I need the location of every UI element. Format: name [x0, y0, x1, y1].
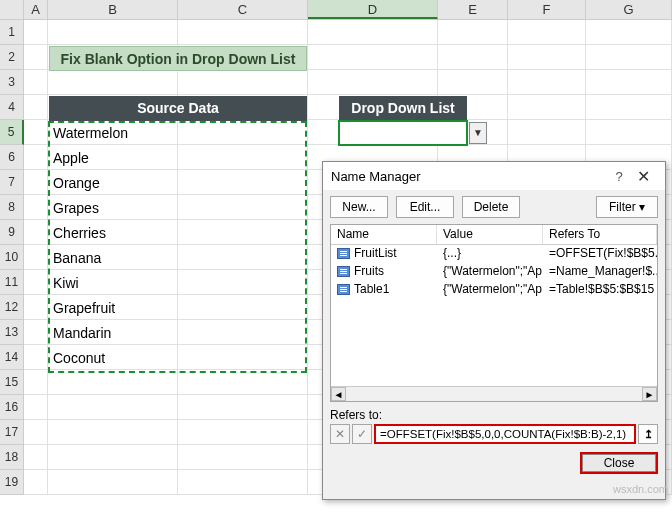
- cell[interactable]: [24, 270, 48, 295]
- source-item[interactable]: Kiwi: [53, 271, 303, 296]
- cell[interactable]: [586, 95, 672, 120]
- source-item[interactable]: Grapefruit: [53, 296, 303, 321]
- cell[interactable]: [48, 370, 178, 395]
- row-header-13[interactable]: 13: [0, 320, 24, 345]
- cell[interactable]: [438, 20, 508, 45]
- cell[interactable]: [48, 420, 178, 445]
- cell[interactable]: [508, 95, 586, 120]
- cell[interactable]: [48, 70, 178, 95]
- cell[interactable]: [586, 70, 672, 95]
- row-header-7[interactable]: 7: [0, 170, 24, 195]
- source-item[interactable]: Mandarin: [53, 321, 303, 346]
- source-item[interactable]: Orange: [53, 171, 303, 196]
- cell[interactable]: [438, 70, 508, 95]
- cell[interactable]: [48, 395, 178, 420]
- source-item[interactable]: Grapes: [53, 196, 303, 221]
- cell[interactable]: [24, 420, 48, 445]
- dropdown-arrow-icon[interactable]: ▼: [469, 122, 487, 144]
- cell[interactable]: [24, 245, 48, 270]
- cell[interactable]: [508, 70, 586, 95]
- row-header-6[interactable]: 6: [0, 145, 24, 170]
- cell[interactable]: [24, 395, 48, 420]
- cell[interactable]: [586, 120, 672, 145]
- row-header-3[interactable]: 3: [0, 70, 24, 95]
- row-header-19[interactable]: 19: [0, 470, 24, 495]
- row-header-11[interactable]: 11: [0, 270, 24, 295]
- scroll-right-icon[interactable]: ►: [642, 387, 657, 401]
- cell[interactable]: [24, 295, 48, 320]
- help-icon[interactable]: ?: [609, 169, 629, 184]
- name-entry[interactable]: Fruits{"Watermelon";"Ap...=Name_Manager!…: [331, 263, 657, 281]
- col-header-a[interactable]: A: [24, 0, 48, 19]
- row-header-15[interactable]: 15: [0, 370, 24, 395]
- cell[interactable]: [586, 20, 672, 45]
- col-header-f[interactable]: F: [508, 0, 586, 19]
- cell[interactable]: [178, 20, 308, 45]
- col-header-b[interactable]: B: [48, 0, 178, 19]
- name-entry[interactable]: Table1{"Watermelon";"Ap...=Table!$B$5:$B…: [331, 281, 657, 299]
- cell[interactable]: [24, 145, 48, 170]
- col-header-g[interactable]: G: [586, 0, 672, 19]
- name-entry[interactable]: FruitList{...}=OFFSET(Fix!$B$5...: [331, 245, 657, 263]
- source-item[interactable]: Coconut: [53, 346, 303, 371]
- dialog-titlebar[interactable]: Name Manager ? ✕: [323, 162, 665, 190]
- cell[interactable]: [178, 70, 308, 95]
- col-header-c[interactable]: C: [178, 0, 308, 19]
- row-header-10[interactable]: 10: [0, 245, 24, 270]
- row-header-17[interactable]: 17: [0, 420, 24, 445]
- cell[interactable]: [24, 370, 48, 395]
- source-item[interactable]: Banana: [53, 246, 303, 271]
- accept-edit-icon[interactable]: ✓: [352, 424, 372, 444]
- horizontal-scrollbar[interactable]: ◄ ►: [331, 386, 657, 401]
- cell[interactable]: [24, 120, 48, 145]
- cell[interactable]: [178, 420, 308, 445]
- cell[interactable]: [24, 345, 48, 370]
- active-cell-d5[interactable]: [338, 120, 468, 146]
- cell[interactable]: [178, 370, 308, 395]
- cell[interactable]: [308, 45, 438, 70]
- cell[interactable]: [178, 445, 308, 470]
- cell[interactable]: [24, 20, 48, 45]
- cell[interactable]: [178, 470, 308, 495]
- row-header-2[interactable]: 2: [0, 45, 24, 70]
- cell[interactable]: [508, 20, 586, 45]
- cell[interactable]: [508, 120, 586, 145]
- col-header-d[interactable]: D: [308, 0, 438, 19]
- cell[interactable]: [24, 70, 48, 95]
- refers-to-input[interactable]: =OFFSET(Fix!$B$5,0,0,COUNTA(Fix!$B:B)-2,…: [374, 424, 636, 444]
- close-icon[interactable]: ✕: [629, 167, 657, 186]
- cell[interactable]: [178, 395, 308, 420]
- cell[interactable]: [24, 195, 48, 220]
- cell[interactable]: [24, 320, 48, 345]
- col-header-e[interactable]: E: [438, 0, 508, 19]
- cell[interactable]: [508, 45, 586, 70]
- cell[interactable]: [24, 45, 48, 70]
- collapse-dialog-icon[interactable]: ↥: [638, 424, 658, 444]
- delete-button[interactable]: Delete: [462, 196, 520, 218]
- cell[interactable]: [24, 95, 48, 120]
- row-header-4[interactable]: 4: [0, 95, 24, 120]
- col-value[interactable]: Value: [437, 225, 543, 244]
- col-name[interactable]: Name: [331, 225, 437, 244]
- row-header-12[interactable]: 12: [0, 295, 24, 320]
- cell[interactable]: [24, 445, 48, 470]
- row-header-8[interactable]: 8: [0, 195, 24, 220]
- cell[interactable]: [48, 470, 178, 495]
- close-button[interactable]: Close: [580, 452, 658, 474]
- cell[interactable]: [24, 220, 48, 245]
- row-header-14[interactable]: 14: [0, 345, 24, 370]
- name-list[interactable]: Name Value Refers To FruitList{...}=OFFS…: [330, 224, 658, 402]
- filter-button[interactable]: Filter ▾: [596, 196, 658, 218]
- cell[interactable]: [308, 70, 438, 95]
- row-header-18[interactable]: 18: [0, 445, 24, 470]
- cell[interactable]: [586, 45, 672, 70]
- cell[interactable]: [48, 445, 178, 470]
- source-item[interactable]: Apple: [53, 146, 303, 171]
- row-header-1[interactable]: 1: [0, 20, 24, 45]
- cell[interactable]: [308, 20, 438, 45]
- source-item[interactable]: Cherries: [53, 221, 303, 246]
- row-header-9[interactable]: 9: [0, 220, 24, 245]
- select-all-corner[interactable]: [0, 0, 24, 19]
- row-header-16[interactable]: 16: [0, 395, 24, 420]
- cell[interactable]: [24, 170, 48, 195]
